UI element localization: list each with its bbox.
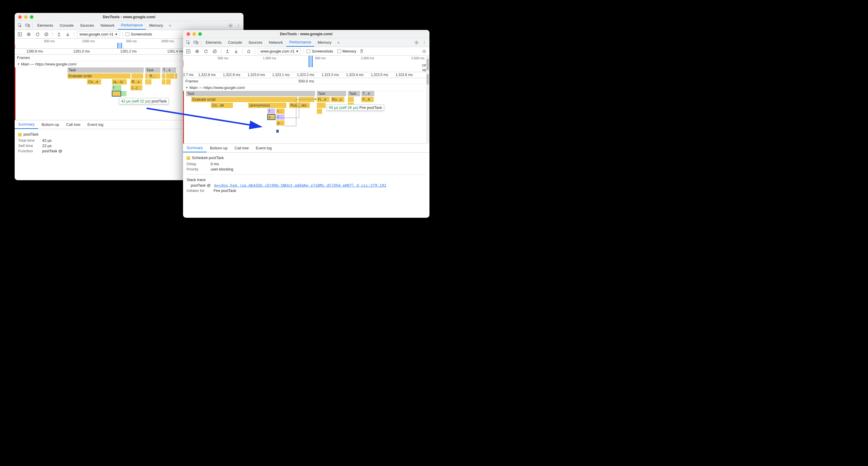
flame-task[interactable]: Task — [186, 91, 315, 96]
overview-selection[interactable] — [117, 43, 122, 49]
tab-summary[interactable]: Summary — [183, 144, 207, 152]
download-icon[interactable] — [232, 48, 240, 55]
flame-schedule-posttask-selected[interactable]: p… — [268, 114, 275, 120]
flame-bar[interactable]: p… — [276, 120, 284, 125]
flame-task[interactable]: T…k — [362, 91, 374, 96]
flame-bar[interactable] — [317, 103, 326, 108]
time-ruler[interactable]: 2.7 ms 1,322.8 ms 1,322.9 ms 1,323.0 ms … — [183, 72, 430, 78]
flame-bar[interactable] — [162, 74, 165, 79]
flame-scrollbar[interactable] — [426, 72, 430, 144]
tab-console[interactable]: Console — [225, 38, 245, 47]
minimize-icon[interactable] — [24, 15, 28, 19]
tab-network[interactable]: Network — [98, 21, 118, 30]
overview-selection[interactable] — [309, 56, 313, 67]
flame-bar[interactable] — [121, 91, 126, 96]
flame-eval-script[interactable]: Evaluate script — [191, 97, 298, 102]
flame-bar[interactable]: f — [268, 109, 275, 114]
flame-bar[interactable] — [145, 74, 148, 79]
screenshots-checkbox[interactable] — [126, 32, 129, 36]
flame-bar[interactable]: R… — [149, 74, 160, 79]
toggle-pane-icon[interactable] — [185, 48, 192, 55]
flame-task[interactable]: Task — [67, 67, 144, 73]
close-icon[interactable] — [187, 32, 190, 36]
main-track-header[interactable]: ▼ Main — https://www.google.com/ — [183, 85, 430, 91]
upload-icon[interactable] — [224, 48, 231, 55]
flame-bar[interactable] — [166, 74, 174, 79]
toggle-pane-icon[interactable] — [17, 31, 24, 38]
kebab-icon[interactable]: ⋮ — [235, 22, 242, 29]
overview-scrollbar[interactable] — [426, 56, 430, 72]
tab-network[interactable]: Network — [266, 38, 286, 47]
tab-bottom-up[interactable]: Bottom-up — [207, 144, 231, 152]
reload-icon[interactable] — [34, 31, 41, 38]
flame-task[interactable]: Task — [145, 67, 160, 73]
flame-eval-script[interactable]: Evaluate script — [67, 74, 130, 79]
flame-bar[interactable] — [166, 79, 171, 85]
upload-icon[interactable] — [56, 31, 62, 38]
tab-summary[interactable]: Summary — [15, 120, 38, 129]
clear-icon[interactable] — [43, 31, 50, 38]
memory-checkbox[interactable] — [337, 49, 341, 53]
flame-task[interactable]: Task — [348, 91, 360, 96]
flame-task[interactable]: T…k — [162, 67, 176, 73]
gear-icon[interactable] — [227, 22, 234, 29]
tab-call-tree[interactable]: Call tree — [231, 144, 252, 152]
stack-link[interactable]: m=cdos,hsm,jsa,mb4ZUb,cEt90b,SNUn3,qddgK… — [214, 183, 386, 187]
maximize-icon[interactable] — [30, 15, 33, 19]
tab-performance[interactable]: Performance — [118, 21, 146, 30]
recording-select[interactable]: www.google.com #1 ▾ — [258, 48, 301, 54]
inspect-icon[interactable] — [17, 22, 24, 29]
home-icon[interactable] — [245, 48, 252, 55]
flame-bar[interactable] — [348, 97, 354, 102]
flame-bar[interactable]: R…s — [130, 79, 142, 85]
close-icon[interactable] — [18, 15, 22, 19]
tab-memory[interactable]: Memory — [315, 38, 334, 47]
flame-task[interactable]: Task — [317, 91, 346, 96]
maximize-icon[interactable] — [198, 32, 202, 36]
flame-bar[interactable] — [175, 74, 177, 79]
recording-select[interactable]: www.google.com #1 ▾ — [77, 31, 120, 37]
gear-icon[interactable] — [413, 39, 420, 46]
flame-bar[interactable]: Co…de — [211, 103, 233, 108]
kebab-icon[interactable]: ⋮ — [421, 39, 428, 46]
tab-bottom-up[interactable]: Bottom-up — [38, 120, 63, 129]
minimize-icon[interactable] — [192, 32, 196, 36]
gc-icon[interactable] — [358, 48, 365, 55]
gear-icon[interactable] — [421, 48, 428, 55]
clear-icon[interactable] — [211, 48, 218, 55]
flame-bar[interactable]: (…) — [130, 85, 142, 90]
flame-bar[interactable]: F…k — [362, 97, 374, 102]
frames-track-header[interactable]: Frames 500.0 ms — [183, 78, 430, 85]
screenshots-checkbox[interactable] — [307, 49, 310, 53]
record-icon[interactable] — [25, 31, 32, 38]
flame-bar[interactable] — [276, 130, 279, 133]
download-icon[interactable] — [64, 31, 71, 38]
flame-bar[interactable] — [317, 109, 322, 114]
tab-performance[interactable]: Performance — [286, 38, 314, 47]
flame-bar[interactable]: (a…s) — [112, 79, 127, 85]
flame-bar[interactable]: Co…e — [87, 79, 101, 85]
device-icon[interactable] — [192, 39, 199, 46]
device-icon[interactable] — [24, 22, 31, 29]
tab-sources[interactable]: Sources — [246, 38, 266, 47]
flame-fire-posttask[interactable]: Fi…k — [317, 97, 330, 102]
flame-bar[interactable]: r… — [276, 109, 284, 114]
flame-chart[interactable]: Task Task Task T…k Evaluate script Fi…k … — [183, 91, 430, 144]
flame-bar[interactable] — [162, 79, 165, 85]
more-tabs-icon[interactable]: » — [166, 22, 174, 29]
tab-sources[interactable]: Sources — [77, 21, 97, 30]
reload-icon[interactable] — [203, 48, 210, 55]
tab-elements[interactable]: Elements — [34, 21, 56, 30]
flame-bar[interactable]: Run …sks — [289, 103, 310, 108]
tab-memory[interactable]: Memory — [146, 21, 166, 30]
flame-posttask-selected[interactable] — [112, 91, 121, 96]
tab-console[interactable]: Console — [57, 21, 76, 30]
inspect-icon[interactable] — [185, 39, 192, 46]
tab-event-log[interactable]: Event log — [84, 120, 107, 129]
flame-bar[interactable] — [145, 79, 148, 85]
tab-event-log[interactable]: Event log — [252, 144, 275, 152]
flame-bar[interactable]: f — [276, 114, 284, 120]
more-tabs-icon[interactable]: » — [335, 39, 342, 46]
tab-elements[interactable]: Elements — [203, 38, 224, 47]
flame-bar[interactable]: f — [112, 85, 121, 90]
